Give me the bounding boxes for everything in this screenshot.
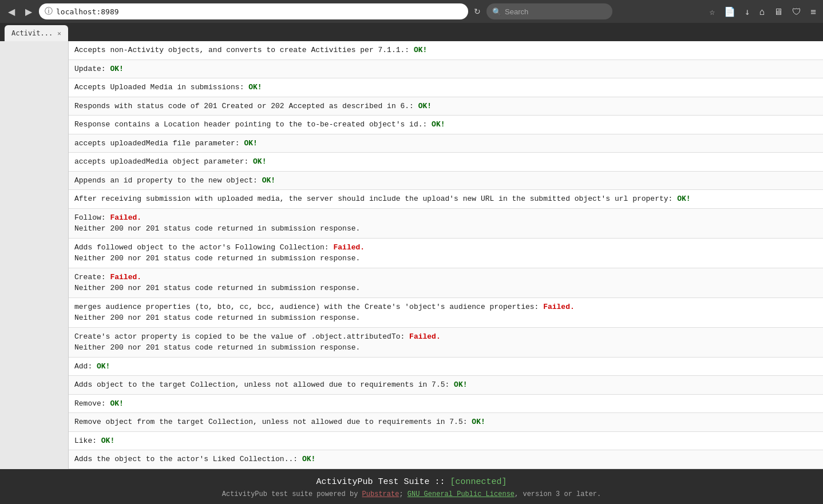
- table-row: Create: Failed. Neither 200 nor 201 stat…: [69, 268, 823, 298]
- table-row: Responds with status code of 201 Created…: [69, 97, 823, 116]
- shield-icon[interactable]: 🛡: [790, 4, 804, 19]
- back-button[interactable]: ◀: [5, 4, 18, 19]
- table-row: Remove: OK!: [69, 395, 823, 414]
- search-icon: 🔍: [492, 7, 501, 16]
- failed-badge: Failed.: [110, 213, 141, 222]
- gpl-link[interactable]: GNU General Public License: [407, 490, 515, 498]
- ok-badge: OK!: [253, 157, 266, 166]
- failed-badge: Failed.: [110, 273, 141, 281]
- content-area[interactable]: Accepts non-Activity objects, and conver…: [69, 41, 823, 469]
- failed-badge: Failed.: [543, 303, 575, 311]
- table-row: Follow: Failed. Neither 200 nor 201 stat…: [69, 209, 823, 239]
- forward-button[interactable]: ▶: [22, 4, 35, 19]
- table-row: Response contains a Location header poin…: [69, 116, 823, 134]
- ok-badge: OK!: [110, 65, 123, 73]
- ok-badge: OK!: [414, 46, 427, 54]
- table-row: merges audience properties (to, bto, cc,…: [69, 298, 823, 328]
- reader-icon[interactable]: 📄: [722, 4, 738, 19]
- table-row: Update: OK!: [69, 60, 823, 79]
- monitor-icon[interactable]: 🖥: [771, 4, 785, 19]
- ok-badge: OK!: [454, 380, 467, 389]
- failed-badge: Failed.: [409, 332, 441, 341]
- ok-badge: OK!: [244, 139, 257, 148]
- search-bar[interactable]: 🔍: [486, 3, 612, 19]
- tabs-bar: Activit... ✕: [0, 23, 823, 41]
- table-row: Add: OK!: [69, 358, 823, 376]
- footer-connected-label: [connected]: [450, 477, 507, 487]
- ok-badge: OK!: [110, 399, 123, 408]
- table-row: accepts uploadedMedia file parameter: OK…: [69, 134, 823, 153]
- menu-icon[interactable]: ≡: [808, 4, 818, 19]
- footer-powered-by: ActivityPub test suite powered by: [222, 490, 362, 498]
- ok-badge: OK!: [97, 362, 110, 371]
- toolbar-icons: ☆ 📄 ↓ ⌂ 🖥 🛡 ≡: [707, 4, 818, 19]
- footer-separator: ;: [399, 490, 407, 498]
- footer: ActivityPub Test Suite :: [connected] Ac…: [0, 469, 823, 504]
- sidebar: [0, 41, 69, 469]
- table-row: Appends an id property to the new object…: [69, 172, 823, 191]
- table-row: Adds followed object to the actor's Foll…: [69, 239, 823, 268]
- tab-close-button[interactable]: ✕: [57, 30, 61, 37]
- reload-button[interactable]: ↻: [472, 5, 483, 18]
- home-icon[interactable]: ⌂: [757, 4, 767, 19]
- failed-badge: Failed.: [333, 243, 365, 252]
- ok-badge: OK!: [248, 83, 262, 92]
- browser-chrome: ◀ ▶ ⓘ localhost:8989 ↻ 🔍 ☆ 📄 ↓ ⌂ 🖥 🛡 ≡: [0, 0, 823, 23]
- ok-badge: OK!: [262, 176, 275, 185]
- footer-suite-label: ActivityPub Test Suite ::: [316, 477, 450, 487]
- ok-badge: OK!: [472, 418, 485, 426]
- main-area: Accepts non-Activity objects, and conver…: [0, 41, 823, 469]
- ok-badge: OK!: [418, 102, 432, 110]
- table-row: Accepts Uploaded Media in submissions: O…: [69, 78, 823, 97]
- footer-title: ActivityPub Test Suite :: [connected]: [0, 477, 823, 487]
- search-input[interactable]: [505, 7, 596, 16]
- table-row: Remove object from the target Collection…: [69, 413, 823, 432]
- info-icon: ⓘ: [45, 6, 53, 17]
- ok-badge: OK!: [302, 455, 315, 463]
- star-icon[interactable]: ☆: [707, 4, 717, 19]
- active-tab[interactable]: Activit... ✕: [5, 25, 68, 41]
- ok-badge: OK!: [101, 436, 114, 445]
- footer-version: , version 3 or later.: [515, 490, 601, 498]
- footer-sub: ActivityPub test suite powered by Pubstr…: [0, 490, 823, 498]
- ok-badge: OK!: [677, 195, 690, 203]
- table-row: accepts uploadedMedia object parameter: …: [69, 153, 823, 172]
- url-text: localhost:8989: [56, 7, 119, 16]
- pubstrate-link[interactable]: Pubstrate: [362, 490, 399, 498]
- tab-label: Activit...: [11, 29, 53, 37]
- address-bar[interactable]: ⓘ localhost:8989: [39, 3, 468, 19]
- table-row: Adds object to the target Collection, un…: [69, 376, 823, 395]
- table-row: Adds the object to the actor's Liked Col…: [69, 450, 823, 469]
- table-row: Like: OK!: [69, 432, 823, 451]
- table-row: Accepts non-Activity objects, and conver…: [69, 41, 823, 60]
- table-row: Create's actor property is copied to be …: [69, 328, 823, 358]
- ok-badge: OK!: [432, 120, 445, 129]
- download-icon[interactable]: ↓: [742, 4, 753, 19]
- table-row: After receiving submission with uploaded…: [69, 190, 823, 209]
